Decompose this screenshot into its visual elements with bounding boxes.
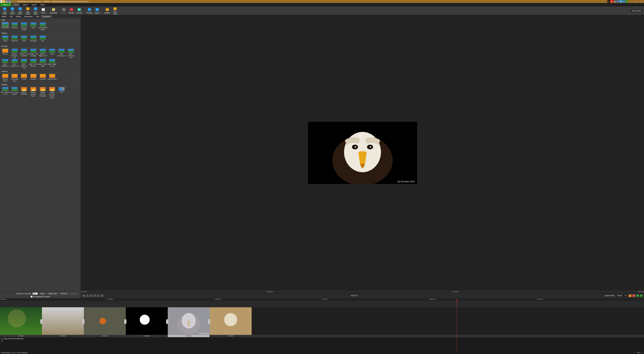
facebook-icon[interactable]: f: [616, 0, 619, 3]
timeline-clip[interactable]: ⟳2.0: [84, 307, 126, 335]
transition-rectangle[interactable]: Rectangle: [29, 36, 38, 44]
go-end-button[interactable]: ▸|: [101, 294, 104, 297]
remove-button[interactable]: Remove: [60, 292, 68, 295]
zoom-fit-button[interactable]: 🔍: [637, 351, 640, 354]
transition-radial-smooth-clockwise[interactable]: Radial Smooth - Clockwise: [38, 87, 47, 99]
transition-squares[interactable]: Squares: [29, 74, 38, 82]
transition-handle[interactable]: ⟳2.0: [208, 319, 210, 324]
thumbs-up-icon[interactable]: 👍: [614, 0, 616, 3]
menubar-tab-suite[interactable]: Suite: [38, 3, 47, 7]
subtab-text[interactable]: Text: [34, 15, 40, 18]
transition-tetromino[interactable]: Tetromino: [38, 74, 47, 82]
ribbon-nch-suite[interactable]: NCH Suite: [112, 7, 119, 15]
ribbon-narrate[interactable]: Narrate: [68, 8, 75, 14]
transition-radial-clockwise[interactable]: Radial - Clockwise: [20, 87, 28, 99]
transition-radial-smooth-counter-clock-[interactable]: Radial Smooth - Counter-Clock...: [48, 87, 57, 99]
transition-fan-top-to-bottom[interactable]: Fan - Top to Bottom: [10, 87, 19, 99]
timeline-clip[interactable]: ⟳2.0: [126, 307, 168, 335]
preview-ruler[interactable]: 0:00:00.0 0:00:10.0 0:00:20.0 0:00:30.0: [81, 290, 644, 293]
aspect-ratio-select[interactable]: Default: [616, 294, 627, 297]
transition-fade-through-white[interactable]: Fade through White: [38, 23, 47, 31]
transition-puzzle[interactable]: Puzzle: [20, 74, 28, 82]
ribbon-add-photos[interactable]: Add Photos: [9, 7, 16, 15]
transition-checker-board[interactable]: Checker Board: [1, 74, 10, 82]
transition-wipe-bottom-to-top[interactable]: Wipe - Bottom to Top: [20, 59, 28, 69]
settings-button[interactable]: Settings: [70, 292, 79, 295]
ribbon-add-media[interactable]: Add Media: [1, 7, 8, 15]
zoom-in-button[interactable]: +: [640, 351, 643, 354]
flickr-icon[interactable]: ••: [608, 0, 610, 3]
open-file-icon[interactable]: 📂: [3, 0, 5, 3]
ribbon-add-blank[interactable]: Add Blank: [32, 7, 39, 15]
transition-split-vertical-out[interactable]: Split - Vertical, Out: [10, 59, 19, 69]
transition-reveal-left-to-right[interactable]: Reveal - Left to Right: [29, 49, 38, 59]
redo-icon[interactable]: ↷: [14, 0, 16, 3]
menubar-tab-home[interactable]: Home: [12, 3, 20, 7]
help-icon[interactable]: ?: [626, 0, 628, 3]
transition-handle[interactable]: ⏸2.0: [40, 319, 42, 324]
subtab-effects[interactable]: Effects: [14, 15, 22, 18]
overlapping-checkbox[interactable]: [31, 296, 32, 298]
transition-horizontal-lines[interactable]: Horizontal Lines: [10, 74, 19, 82]
transition-handle[interactable]: ⟳2.0: [166, 319, 168, 324]
transition-reveal-bottom-to-top[interactable]: Reveal - Bottom to Top: [10, 49, 19, 59]
transition-heart[interactable]: Heart: [20, 36, 28, 44]
menubar-tab-export[interactable]: Export: [20, 3, 30, 7]
audio-track[interactable]: 🔈 Drag your sound clips here.: [0, 337, 644, 340]
transition-dissolve[interactable]: Dissolve: [10, 23, 19, 31]
twitter-icon[interactable]: t: [620, 0, 622, 3]
narration-track[interactable]: 🎤: [0, 340, 644, 342]
apply-button[interactable]: Apply: [39, 292, 46, 295]
transition-handle[interactable]: ⟳2.0: [124, 319, 126, 324]
redo-button[interactable]: ↷: [640, 294, 643, 297]
transition-bounce[interactable]: Bounce: [1, 49, 10, 59]
timeline-clip[interactable]: ⟳2.0: [42, 307, 84, 335]
ribbon-automate[interactable]: Automate: [50, 8, 57, 14]
step-fwd-button[interactable]: ▸: [97, 294, 100, 297]
ribbon-add-music[interactable]: Add Music: [16, 7, 24, 15]
transition-dissolve-rough[interactable]: Dissolve Rough: [20, 23, 28, 31]
ribbon-add-folder[interactable]: Add Folder: [24, 7, 32, 15]
apply-all-button[interactable]: Apply to All: [47, 292, 58, 295]
transition-radial-counter-clock-[interactable]: Radial - Counter-Clock...: [29, 87, 38, 99]
transition-slide[interactable]: Slide: [48, 49, 57, 59]
transition-diamond[interactable]: Diamond: [10, 36, 19, 44]
ribbon-export[interactable]: Export: [94, 8, 101, 14]
video-track[interactable]: ⏸2.0⟳2.0⟳2.0⟳2.0Ian Evenden 2014⟳2.0: [0, 307, 644, 335]
step-back-button[interactable]: ◂: [86, 294, 89, 297]
subtab-transitions[interactable]: Transitions: [41, 15, 52, 18]
minimize-button[interactable]: —: [630, 0, 634, 3]
transition-wipe-left-to-right[interactable]: Wipe - Left to Right: [38, 59, 47, 69]
menubar-tab-audio[interactable]: Audio: [30, 3, 38, 7]
transition-split-horizontal-in[interactable]: Split - Horizontal, In: [57, 49, 66, 59]
youtube-icon[interactable]: ▶: [610, 0, 613, 3]
subtab-edit[interactable]: Edit: [8, 15, 14, 18]
timeline-clip[interactable]: [210, 307, 252, 335]
pause-button[interactable]: ⏸: [93, 294, 96, 297]
duration-input[interactable]: [32, 292, 38, 295]
transition-fan-bottom-to-top[interactable]: Fan - Bottom to Top: [1, 87, 10, 99]
play-button[interactable]: ▸: [90, 294, 92, 297]
subtab-media[interactable]: Media: [0, 15, 8, 18]
transition-split-horizontal-out[interactable]: Split - Horizontal, Out: [66, 49, 76, 59]
maximize-button[interactable]: □: [634, 0, 639, 3]
transition-handle[interactable]: ⟳2.0: [82, 319, 84, 324]
linkedin-icon[interactable]: in: [622, 0, 625, 3]
buy-online-button[interactable]: Buy Online: [630, 9, 643, 13]
transition-split-vertical-in[interactable]: Split - Vertical, In: [1, 59, 10, 69]
timeline-scrollbar[interactable]: [0, 342, 644, 351]
timeline-ruler[interactable]: 0:00:00.00:00:05.00:00:10.00:00:15.00:00…: [0, 298, 644, 301]
transition-reveal-top-to-bottom[interactable]: Reveal - Top to Bottom: [20, 49, 28, 59]
transition-wipe-top-to-bottom[interactable]: Wipe - Top to Bottom: [29, 59, 38, 69]
menu-button[interactable]: ≡ Menu ▾: [0, 3, 12, 7]
close-button[interactable]: ✕: [639, 0, 644, 3]
undo-icon[interactable]: ↶: [11, 0, 14, 3]
ribbon-audio[interactable]: Audio: [60, 8, 68, 14]
zoom-out-button[interactable]: −: [634, 351, 637, 354]
go-start-button[interactable]: |◂: [82, 294, 85, 297]
transition-roll[interactable]: Roll: [57, 87, 66, 99]
delete-clip-button[interactable]: ✕: [632, 294, 635, 297]
ribbon-preview[interactable]: Preview: [86, 8, 93, 14]
new-file-icon[interactable]: ▭: [0, 0, 3, 3]
transition-reveal-right-to-left[interactable]: Reveal - Right to Left: [38, 49, 47, 59]
